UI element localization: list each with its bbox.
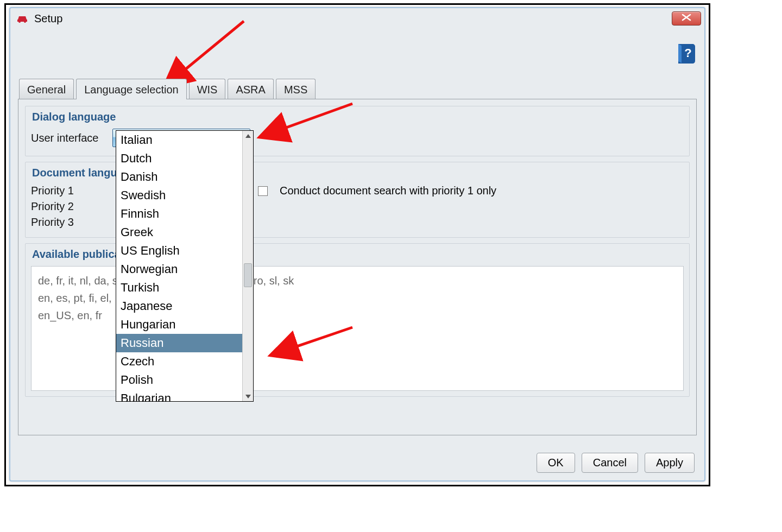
- dropdown-item[interactable]: Dutch: [116, 149, 253, 168]
- car-icon: [16, 12, 29, 25]
- svg-line-1: [163, 21, 244, 87]
- svg-text:?: ?: [684, 46, 691, 60]
- apply-button[interactable]: Apply: [645, 453, 695, 473]
- priority2-label: Priority 2: [31, 200, 105, 213]
- help-button[interactable]: ?: [674, 41, 699, 66]
- setup-window: Setup ? General Language selection WIS A…: [9, 7, 705, 482]
- tab-general[interactable]: General: [19, 79, 74, 99]
- dropdown-item[interactable]: Italian: [116, 131, 253, 149]
- scrollbar-thumb[interactable]: [244, 263, 252, 287]
- tabs: General Language selection WIS ASRA MSS: [19, 79, 697, 99]
- dropdown-scrollbar[interactable]: [242, 131, 253, 401]
- dropdown-item[interactable]: Danish: [116, 168, 253, 186]
- close-icon: [681, 14, 692, 23]
- scroll-down-button[interactable]: [243, 391, 253, 401]
- priority1-only-label: Conduct document search with priority 1 …: [280, 185, 496, 197]
- dialog-language-group: Dialog language User interface English I…: [25, 106, 690, 156]
- pub-line1-right: ro, sl, sk: [254, 275, 294, 287]
- title-bar: Setup: [10, 8, 704, 29]
- priority1-label: Priority 1: [31, 185, 105, 197]
- chevron-up-icon: [245, 134, 251, 138]
- cancel-button[interactable]: Cancel: [582, 453, 638, 473]
- priority1-only-checkbox[interactable]: [258, 186, 268, 196]
- window-title: Setup: [34, 12, 62, 25]
- dropdown-item[interactable]: Swedish: [116, 186, 253, 205]
- chevron-down-icon: [245, 395, 251, 398]
- dialog-language-title: Dialog language: [32, 111, 684, 123]
- dropdown-item[interactable]: Polish: [116, 371, 253, 389]
- user-interface-dropdown[interactable]: ItalianDutchDanishSwedishFinnishGreekUS …: [116, 130, 254, 402]
- dropdown-item[interactable]: Russian: [116, 334, 253, 352]
- tab-wis[interactable]: WIS: [189, 79, 226, 99]
- user-interface-label: User interface: [31, 132, 105, 144]
- dropdown-item[interactable]: Norwegian: [116, 260, 253, 278]
- tab-asra[interactable]: ASRA: [228, 79, 273, 99]
- language-selection-panel: Dialog language User interface English I…: [18, 99, 697, 435]
- dropdown-item[interactable]: Czech: [116, 352, 253, 371]
- ok-button[interactable]: OK: [537, 453, 575, 473]
- help-book-icon: ?: [674, 58, 699, 67]
- close-button[interactable]: [672, 11, 701, 26]
- dropdown-item[interactable]: Turkish: [116, 278, 253, 297]
- dropdown-item[interactable]: Greek: [116, 223, 253, 242]
- dropdown-item[interactable]: US English: [116, 242, 253, 260]
- dialog-footer: OK Cancel Apply: [537, 453, 695, 473]
- dropdown-item[interactable]: Hungarian: [116, 315, 253, 334]
- dropdown-item[interactable]: Finnish: [116, 205, 253, 223]
- dropdown-item[interactable]: Japanese: [116, 297, 253, 315]
- pub-line1-left: de, fr, it, nl, da, s: [38, 275, 118, 287]
- scroll-up-button[interactable]: [243, 131, 253, 141]
- tab-language-selection[interactable]: Language selection: [76, 79, 186, 99]
- dropdown-item[interactable]: Bulgarian: [116, 389, 253, 401]
- priority3-label: Priority 3: [31, 216, 105, 229]
- tab-mss[interactable]: MSS: [276, 79, 316, 99]
